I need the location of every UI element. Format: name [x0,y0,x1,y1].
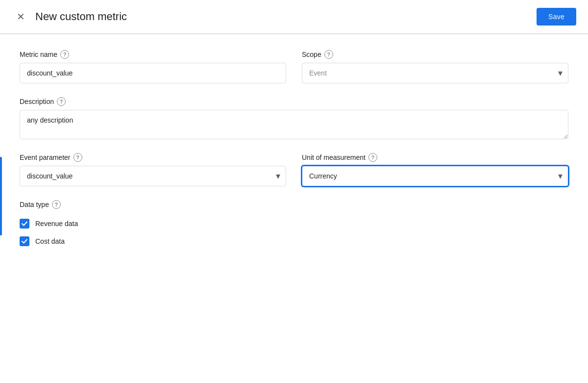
cost-data-label: Cost data [35,237,65,245]
data-type-section: Data type ? Revenue data [20,200,568,246]
event-parameter-label: Event parameter ? [20,153,286,162]
description-group: Description ? any description [20,97,568,139]
modal-body: Metric name ? Scope ? Event User ▾ [0,34,588,262]
scope-group: Scope ? Event User ▾ [302,50,568,83]
form-row-2: Description ? any description [20,97,568,139]
metric-name-label: Metric name ? [20,50,286,59]
revenue-data-checkbox-item[interactable]: Revenue data [20,219,568,229]
data-type-help-icon[interactable]: ? [52,200,61,209]
description-textarea[interactable]: any description [20,110,568,139]
data-type-group: Data type ? Revenue data [20,200,568,246]
event-parameter-help-icon[interactable]: ? [74,153,82,162]
revenue-data-check-icon [21,220,28,227]
description-label: Description ? [20,97,568,106]
close-button[interactable]: ✕ [12,8,29,26]
cost-data-checkbox-item[interactable]: Cost data [20,236,568,246]
modal-container: ✕ New custom metric Save Metric name ? S… [0,0,588,383]
save-button[interactable]: Save [537,8,576,26]
scope-label: Scope ? [302,50,568,59]
unit-of-measurement-select[interactable]: Currency Standard Feet Miles Meters Kilo… [302,166,568,186]
cost-data-checkbox-custom [20,236,29,246]
close-icon: ✕ [17,11,25,23]
scope-help-icon[interactable]: ? [324,50,333,59]
unit-of-measurement-group: Unit of measurement ? Currency Standard … [302,153,568,186]
cost-data-check-icon [21,238,28,245]
modal-title-row: ✕ New custom metric [12,8,127,26]
metric-name-input[interactable] [20,63,286,83]
revenue-data-checkbox-custom [20,219,29,229]
left-accent-bar [0,157,2,235]
unit-of-measurement-select-wrapper: Currency Standard Feet Miles Meters Kilo… [302,166,568,186]
metric-name-group: Metric name ? [20,50,286,83]
unit-of-measurement-help-icon[interactable]: ? [368,153,377,162]
description-help-icon[interactable]: ? [57,97,66,106]
form-row-3: Event parameter ? discount_value ▾ Unit … [20,153,568,186]
metric-name-help-icon[interactable]: ? [60,50,69,59]
checkbox-group: Revenue data Cost data [20,219,568,246]
scope-select-wrapper: Event User ▾ [302,63,568,83]
data-type-label: Data type ? [20,200,568,209]
form-row-1: Metric name ? Scope ? Event User ▾ [20,50,568,83]
event-parameter-group: Event parameter ? discount_value ▾ [20,153,286,186]
event-parameter-select-wrapper: discount_value ▾ [20,166,286,186]
scope-select[interactable]: Event User [302,63,568,83]
modal-header: ✕ New custom metric Save [0,0,588,34]
event-parameter-select[interactable]: discount_value [20,166,286,186]
unit-of-measurement-label: Unit of measurement ? [302,153,568,162]
modal-title: New custom metric [35,10,127,23]
revenue-data-label: Revenue data [35,220,78,228]
